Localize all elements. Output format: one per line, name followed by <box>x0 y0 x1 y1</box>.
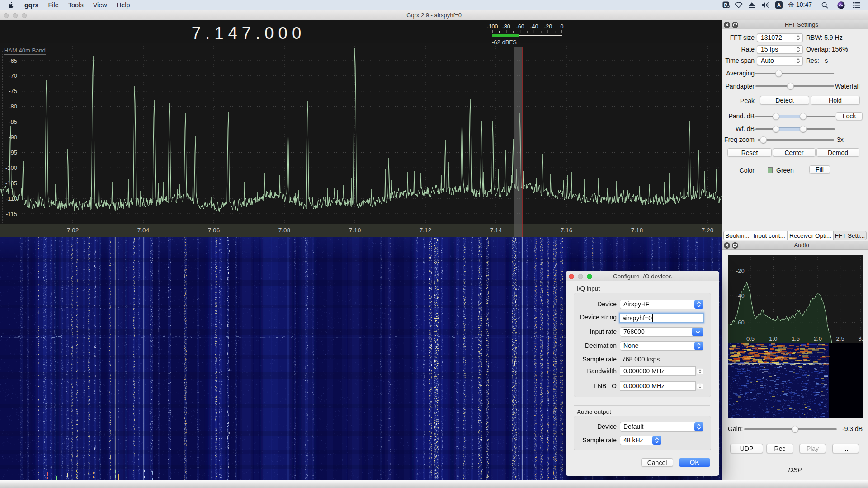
svg-text:-20: -20 <box>736 267 745 274</box>
svg-text:0: 0 <box>561 23 564 30</box>
svg-text:-40: -40 <box>530 23 538 30</box>
svg-text:-20: -20 <box>544 23 552 30</box>
svg-text:3.: 3. <box>859 335 863 342</box>
svg-text:-115: -115 <box>6 211 17 217</box>
svg-text:-85: -85 <box>9 118 17 125</box>
svg-text:7.08: 7.08 <box>278 227 290 234</box>
svg-text:7.16: 7.16 <box>561 227 572 234</box>
svg-text:-75: -75 <box>9 88 17 94</box>
svg-text:A: A <box>777 2 781 8</box>
svg-text:7.02: 7.02 <box>67 227 79 234</box>
svg-text:2.0: 2.0 <box>814 335 822 342</box>
svg-text:7.04: 7.04 <box>137 227 150 234</box>
svg-text:-62 dBFS: -62 dBFS <box>492 39 517 46</box>
svg-text:-80: -80 <box>9 103 17 110</box>
svg-text:7.06: 7.06 <box>208 227 220 234</box>
svg-text:7.18: 7.18 <box>631 227 643 234</box>
svg-text:-60: -60 <box>736 319 745 326</box>
svg-text:1.5: 1.5 <box>792 335 800 342</box>
svg-text:-70: -70 <box>9 72 17 79</box>
svg-text:-80: -80 <box>502 23 510 30</box>
svg-text:-40: -40 <box>736 292 745 299</box>
svg-text:7.14: 7.14 <box>490 227 502 234</box>
svg-text:2.5: 2.5 <box>836 335 844 342</box>
svg-text:7.12: 7.12 <box>420 227 431 234</box>
svg-text:1.0: 1.0 <box>769 335 777 342</box>
svg-text:7.10: 7.10 <box>349 227 361 234</box>
svg-text:-60: -60 <box>516 23 524 30</box>
svg-text:-100: -100 <box>486 23 498 30</box>
svg-text:-65: -65 <box>9 57 17 64</box>
svg-text:0.5: 0.5 <box>746 335 755 342</box>
svg-text:7.20: 7.20 <box>702 227 713 234</box>
